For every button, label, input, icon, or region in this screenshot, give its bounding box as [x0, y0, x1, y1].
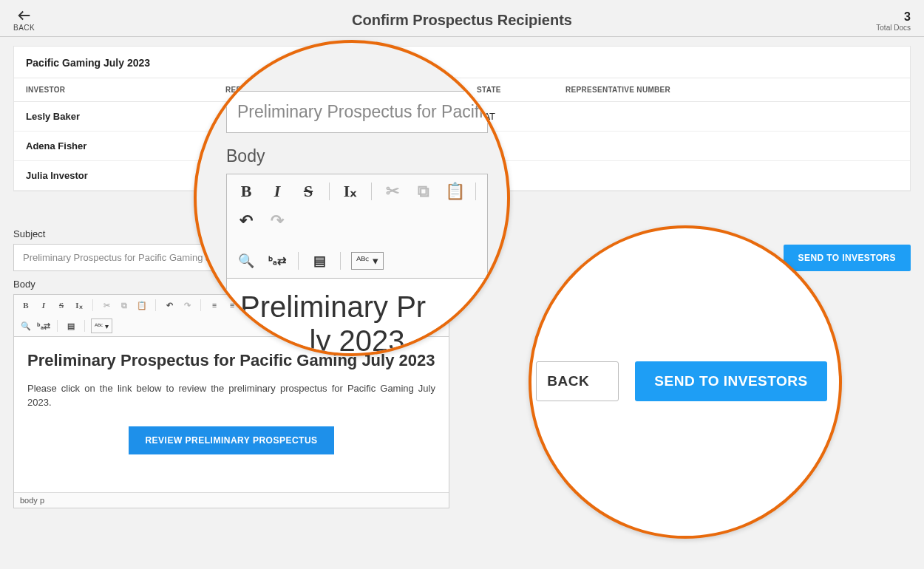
cell-rep-number — [554, 132, 775, 161]
cell-blank — [775, 132, 910, 161]
replace-icon[interactable]: ᵇₐ⇄ — [267, 251, 288, 270]
italic-icon[interactable]: I — [267, 182, 288, 201]
chevron-down-icon: ▾ — [105, 322, 109, 330]
cell-investor: Adena Fisher — [14, 132, 214, 161]
callout-action-buttons: BACK SEND TO INVESTORS — [529, 225, 842, 539]
cell-rep-number — [554, 161, 775, 191]
copy-icon[interactable]: ⧉ — [117, 298, 132, 313]
chevron-down-icon: ▾ — [373, 254, 378, 268]
col-state: STATE — [465, 78, 554, 102]
total-docs-count: 3 — [876, 10, 911, 24]
total-docs-label: Total Docs — [876, 24, 911, 32]
strike-icon[interactable]: S — [54, 298, 69, 313]
strike-icon[interactable]: S — [298, 182, 319, 201]
back-label: BACK — [13, 24, 35, 32]
undo-icon[interactable]: ↶ — [162, 298, 177, 313]
cut-icon[interactable]: ✂ — [382, 182, 403, 201]
paragraph-icon[interactable]: ▤ — [64, 318, 78, 333]
cell-blank — [775, 102, 910, 132]
replace-icon[interactable]: ᵇₐ⇄ — [36, 318, 51, 333]
bold-icon[interactable]: B — [18, 298, 33, 313]
review-prospectus-button[interactable]: REVIEW PRELIMINARY PROSPECTUS — [129, 426, 333, 454]
send-to-investors-button[interactable]: SEND TO INVESTORS — [784, 245, 911, 271]
page-title: Confirm Prospectus Recipients — [352, 12, 572, 29]
callout-back-button[interactable]: BACK — [536, 361, 619, 401]
col-blank — [775, 78, 910, 102]
cut-icon[interactable]: ✂ — [99, 298, 114, 313]
deal-title: Pacific Gaming July 2023 — [14, 47, 910, 78]
callout-toolbar: B I S Iₓ ✂ ⧉ 📋 ↶ ↷ 🔍 ᵇₐ⇄ ▤ ᴬᴮᶜ▾ — [226, 174, 488, 279]
back-button[interactable]: BACK — [13, 7, 35, 32]
total-docs: 3 Total Docs — [876, 10, 911, 32]
callout-subject-body: ject Preliminary Prospectus for Pacific … — [194, 40, 510, 356]
find-icon[interactable]: 🔍 — [18, 318, 33, 333]
editor-status-path: body p — [14, 492, 449, 508]
callout-subject-input[interactable]: Preliminary Prospectus for Pacific — [226, 91, 488, 133]
copy-icon[interactable]: ⧉ — [413, 182, 434, 201]
paste-icon[interactable]: 📋 — [444, 182, 465, 201]
col-investor: INVESTOR — [14, 78, 214, 102]
paragraph-icon[interactable]: ▤ — [309, 251, 330, 270]
clear-format-icon[interactable]: Iₓ — [340, 182, 361, 201]
page-header: BACK Confirm Prospectus Recipients 3 Tot… — [0, 0, 924, 37]
clear-format-icon[interactable]: Iₓ — [72, 298, 86, 313]
spellcheck-dropdown[interactable]: ᴬᴮᶜ▾ — [351, 252, 384, 270]
callout-heading-line1: Preliminary Pr — [226, 279, 488, 324]
callout-body-label: Body — [226, 146, 488, 166]
align-left-icon[interactable]: ≡ — [207, 298, 222, 313]
redo-icon[interactable]: ↷ — [267, 211, 288, 231]
paste-icon[interactable]: 📋 — [135, 298, 149, 313]
cell-investor: Julia Investor — [14, 161, 214, 191]
redo-icon[interactable]: ↷ — [180, 298, 194, 313]
cell-investor: Lesly Baker — [14, 102, 214, 132]
cell-blank — [775, 161, 910, 191]
bold-icon[interactable]: B — [236, 182, 257, 201]
email-paragraph: Please click on the link below to review… — [27, 381, 435, 410]
editor-content[interactable]: Preliminary Prospectus for Pacific Gamin… — [14, 337, 449, 492]
arrow-left-icon — [16, 7, 33, 24]
find-icon[interactable]: 🔍 — [236, 251, 257, 270]
italic-icon[interactable]: I — [36, 298, 51, 313]
cell-rep-number — [554, 102, 775, 132]
callout-send-button[interactable]: SEND TO INVESTORS — [635, 361, 826, 401]
col-rep-number: REPRESENTATIVE NUMBER — [554, 78, 775, 102]
spellcheck-dropdown[interactable]: ᴬᴮᶜ▾ — [91, 318, 112, 333]
undo-icon[interactable]: ↶ — [236, 211, 257, 231]
